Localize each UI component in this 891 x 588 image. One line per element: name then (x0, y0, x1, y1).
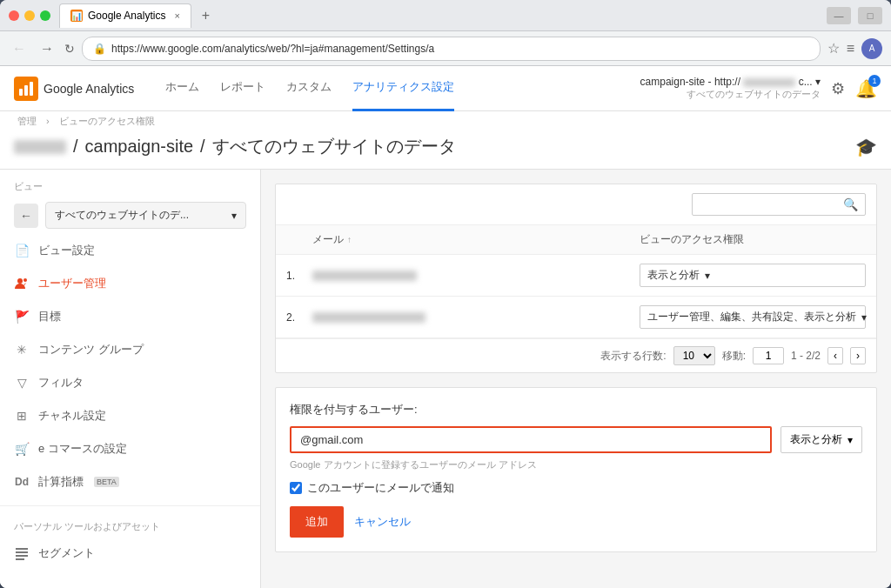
add-user-title: 権限を付与するユーザー: (290, 402, 862, 418)
user-table-card: 🔍 メール ↑ ビューのアクセス権限 1. (275, 184, 877, 373)
ga-header-right: campaign-site - http:// c... ▾ すべてのウェブサイ… (640, 76, 877, 101)
page-jump-input[interactable] (753, 347, 784, 364)
close-button[interactable] (9, 10, 19, 21)
view-settings-icon: 📄 (14, 243, 30, 258)
permission-dropdown-arrow-icon: ▾ (847, 434, 853, 446)
browser-menu-button[interactable]: ≡ (847, 41, 854, 57)
refresh-button[interactable]: ↻ (64, 42, 75, 56)
notify-checkbox-row: このユーザーにメールで通知 (290, 480, 862, 496)
account-name-blurred (14, 140, 66, 154)
page-header: / campaign-site / すべてのウェブサイトのデータ 🎓 (0, 128, 891, 170)
row1-access: 表示と分析 ▾ (640, 264, 866, 287)
card-toolbar: 🔍 (276, 184, 876, 225)
main-layout: ビュー ← すべてのウェブサイトのデ... ▾ 📄 ビュー設定 (0, 170, 891, 588)
sidebar-item-user-management[interactable]: ユーザー管理 (0, 267, 260, 300)
url-bar[interactable]: 🔒 https://www.google.com/analytics/web/?… (82, 37, 821, 61)
row1-access-dropdown[interactable]: 表示と分析 ▾ (640, 264, 866, 287)
back-nav-button[interactable]: ← (9, 41, 30, 57)
sidebar-label-goals: 目標 (38, 309, 61, 324)
sidebar-personal-label: パーソナル ツールおよびアセット (0, 513, 260, 537)
window-fullscreen-btn[interactable]: □ (858, 7, 882, 24)
search-icon: 🔍 (843, 197, 858, 211)
title-bar: 📊 Google Analytics × + — □ (0, 0, 891, 31)
browser-actions: — □ (827, 7, 882, 24)
forward-nav-button[interactable]: → (37, 41, 57, 57)
row2-num: 2. (286, 311, 312, 324)
page-title-separator: / (73, 137, 78, 157)
new-tab-button[interactable]: + (195, 4, 217, 27)
maximize-button[interactable] (40, 10, 50, 21)
sidebar-item-content-groups[interactable]: ✳ コンテンツ グループ (0, 333, 260, 366)
table-row: 1. 表示と分析 ▾ (276, 255, 876, 297)
add-user-form: 表示と分析 ▾ (290, 426, 862, 453)
row2-dropdown-arrow-icon: ▾ (861, 311, 867, 324)
sidebar-item-segments[interactable]: セグメント (0, 537, 260, 570)
browser-tab[interactable]: 📊 Google Analytics × (59, 3, 191, 28)
sidebar-item-view-settings[interactable]: 📄 ビュー設定 (0, 234, 260, 267)
window-minimize-btn[interactable]: — (827, 7, 851, 24)
notification-button[interactable]: 🔔 1 (855, 78, 877, 99)
sidebar-divider (0, 505, 260, 506)
sidebar-item-calculated-metrics[interactable]: Dd 計算指標 BETA (0, 465, 260, 498)
address-bar: ← → ↻ 🔒 https://www.google.com/analytics… (0, 31, 891, 66)
search-input[interactable] (700, 198, 839, 210)
notification-badge: 1 (868, 75, 881, 87)
row1-dropdown-arrow-icon: ▾ (705, 270, 710, 282)
tab-close-icon[interactable]: × (174, 10, 179, 21)
sidebar-item-ecommerce[interactable]: 🛒 e コマースの設定 (0, 432, 260, 465)
ga-nav: ホーム レポート カスタム アナリティクス設定 (165, 65, 622, 111)
sort-icon[interactable]: ↑ (347, 235, 352, 244)
svg-rect-0 (19, 89, 23, 96)
sidebar-label-ecommerce: e コマースの設定 (38, 441, 127, 457)
sidebar-label-calculated-metrics: 計算指標 (38, 474, 84, 490)
sidebar-back-button[interactable]: ← (14, 204, 38, 228)
row2-email-blurred (312, 312, 425, 323)
sidebar-label-content-groups: コンテンツ グループ (38, 342, 144, 357)
col-access-header: ビューのアクセス権限 (640, 232, 866, 247)
goals-icon: 🚩 (14, 309, 30, 324)
minimize-button[interactable] (24, 10, 35, 21)
permission-dropdown[interactable]: 表示と分析 ▾ (780, 426, 862, 453)
calculated-metrics-icon: Dd (14, 474, 30, 490)
browser-user-avatar[interactable]: A (861, 38, 882, 59)
next-page-button[interactable]: › (850, 347, 866, 364)
user-management-icon (14, 276, 30, 291)
email-input[interactable] (300, 433, 761, 446)
sidebar-label-segments: セグメント (38, 545, 95, 561)
page-title-site: campaign-site (85, 137, 194, 157)
ga-account-sub: すべてのウェブサイトのデータ (640, 88, 821, 101)
sidebar-view-label: ビュー (0, 170, 260, 197)
sidebar-item-filters[interactable]: ▽ フィルタ (0, 366, 260, 399)
email-input-wrapper (290, 426, 772, 453)
ecommerce-icon: 🛒 (14, 441, 30, 457)
search-box[interactable]: 🔍 (692, 193, 866, 216)
page-info: 1 - 2/2 (791, 350, 821, 362)
nav-report[interactable]: レポート (220, 65, 265, 111)
view-dropdown[interactable]: すべてのウェブサイトのデ... ▾ (45, 202, 246, 229)
add-button[interactable]: 追加 (290, 506, 344, 538)
nav-home[interactable]: ホーム (165, 65, 199, 111)
breadcrumb-separator: › (46, 116, 52, 126)
nav-analytics-settings[interactable]: アナリティクス設定 (352, 65, 454, 111)
notify-checkbox[interactable] (290, 482, 302, 494)
notify-label: このユーザーにメールで通知 (307, 480, 454, 496)
sidebar-item-goals[interactable]: 🚩 目標 (0, 300, 260, 333)
settings-icon[interactable]: ⚙ (831, 79, 845, 98)
row2-access-dropdown[interactable]: ユーザー管理、編集、共有設定、表示と分析 ▾ (640, 305, 866, 329)
cancel-button[interactable]: キャンセル (354, 514, 411, 530)
row1-num: 1. (286, 270, 312, 282)
rows-per-page-select[interactable]: 10 25 50 (673, 346, 715, 365)
svg-point-3 (17, 278, 23, 284)
nav-custom[interactable]: カスタム (286, 65, 332, 111)
ga-logo: Google Analytics (14, 77, 134, 101)
bookmark-button[interactable]: ☆ (827, 40, 840, 57)
sidebar-item-channel-settings[interactable]: ⊞ チャネル設定 (0, 399, 260, 432)
prev-page-button[interactable]: ‹ (827, 347, 843, 364)
graduation-cap-icon: 🎓 (855, 137, 877, 157)
sidebar-label-user-management: ユーザー管理 (38, 276, 106, 291)
move-label: 移動: (722, 349, 746, 364)
table-header: メール ↑ ビューのアクセス権限 (276, 225, 876, 255)
col-email-header: メール ↑ (312, 232, 640, 247)
svg-rect-8 (16, 558, 24, 560)
breadcrumb-item-1[interactable]: 管理 (17, 116, 37, 126)
